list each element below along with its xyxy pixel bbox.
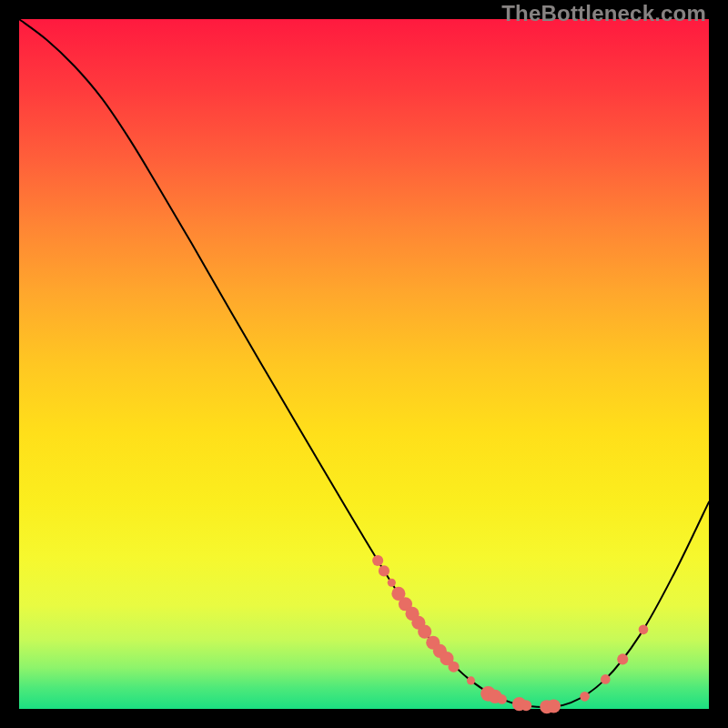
data-marker: [547, 699, 561, 713]
data-marker: [601, 674, 611, 684]
data-marker: [521, 700, 531, 711]
data-marker: [448, 662, 459, 672]
data-marker: [497, 694, 507, 704]
data-marker: [418, 625, 431, 639]
bottleneck-curve: [19, 19, 709, 707]
data-marker: [467, 676, 475, 684]
chart-svg: [19, 19, 709, 709]
data-marker: [639, 625, 649, 635]
data-marker: [580, 692, 590, 702]
data-marker: [379, 565, 389, 576]
data-markers: [372, 555, 648, 713]
data-marker: [372, 555, 383, 566]
data-marker: [617, 653, 628, 664]
data-marker: [388, 579, 396, 587]
